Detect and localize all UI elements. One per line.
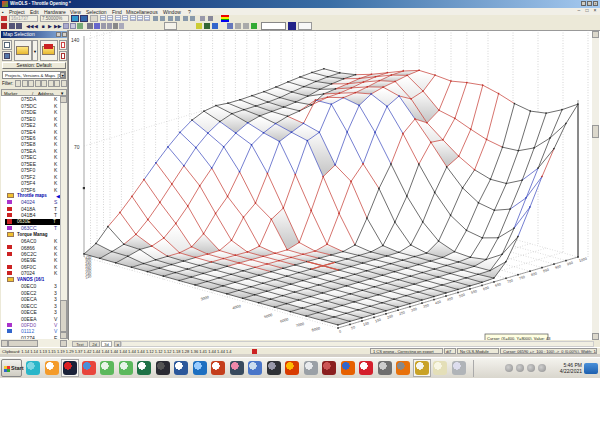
svg-text:650: 650 xyxy=(495,282,502,288)
svg-text:1000: 1000 xyxy=(579,257,588,263)
svg-text:450: 450 xyxy=(447,296,454,302)
svg-text:120: 120 xyxy=(85,274,92,280)
svg-text:200: 200 xyxy=(387,314,394,320)
svg-text:140: 140 xyxy=(71,37,80,43)
svg-text:850: 850 xyxy=(543,268,550,274)
svg-text:500: 500 xyxy=(459,293,466,299)
svg-text:400: 400 xyxy=(435,300,442,306)
svg-text:4000: 4000 xyxy=(232,304,241,310)
svg-text:7000: 7000 xyxy=(295,322,304,328)
svg-text:250: 250 xyxy=(399,310,406,316)
svg-text:3000: 3000 xyxy=(200,295,209,301)
svg-text:70: 70 xyxy=(74,144,80,150)
svg-text:5000: 5000 xyxy=(264,313,273,319)
svg-text:750: 750 xyxy=(519,275,526,281)
svg-text:8000: 8000 xyxy=(311,327,320,333)
svg-text:50: 50 xyxy=(351,325,356,330)
svg-text:150: 150 xyxy=(375,318,382,324)
svg-text:950: 950 xyxy=(567,261,574,267)
svg-text:800: 800 xyxy=(531,271,538,277)
svg-text:0: 0 xyxy=(339,330,342,334)
svg-text:350: 350 xyxy=(423,303,430,309)
svg-text:700: 700 xyxy=(507,279,514,285)
svg-text:600: 600 xyxy=(483,286,490,292)
svg-text:300: 300 xyxy=(411,307,418,313)
svg-text:100: 100 xyxy=(363,321,370,327)
svg-text:550: 550 xyxy=(471,289,478,295)
svg-text:6000: 6000 xyxy=(280,318,289,324)
svg-text:900: 900 xyxy=(555,264,562,270)
